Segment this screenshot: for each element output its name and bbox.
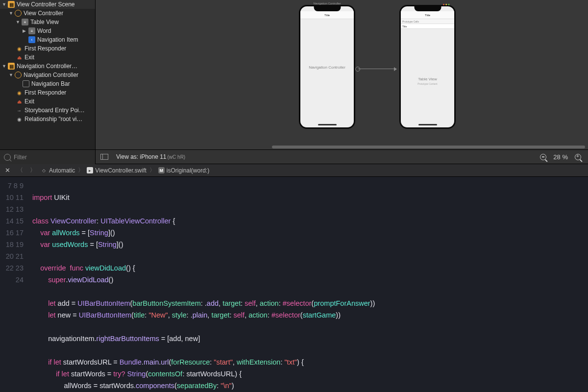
method-icon: M: [158, 167, 165, 173]
zoom-level[interactable]: 28 %: [553, 153, 568, 161]
zoom-controls: 28 %: [540, 153, 581, 161]
tableview-icon: ≡: [22, 19, 28, 25]
exit-icon: ⏏: [16, 98, 23, 105]
breadcrumb-separator: 〉: [149, 166, 155, 174]
filter-placeholder: Filter: [14, 154, 27, 161]
outline-label: Navigation Bar: [31, 80, 70, 87]
outline-label: Navigation Item: [37, 36, 78, 43]
storyboard-canvas[interactable]: Navigation Controller Title Navigation C…: [96, 0, 588, 149]
outline-navcontroller[interactable]: ▼ Navigation Controller: [0, 71, 95, 79]
navitem-icon: ‹: [28, 36, 35, 43]
scene-icon: ▦: [8, 63, 15, 70]
size-class-label: (wC hR): [168, 154, 186, 160]
outline-first-responder[interactable]: ◉ First Responder: [0, 44, 95, 53]
view-as-label[interactable]: View as: iPhone 11: [116, 153, 167, 160]
mock-nav-title: Title: [425, 14, 430, 17]
filter-icon: [4, 154, 11, 161]
entry-point-icon: →: [16, 107, 23, 114]
outline-filter-bar[interactable]: Filter: [0, 149, 96, 164]
scene-view-controller[interactable]: ●●● Title Prototype Cells Title Table Vi…: [399, 5, 456, 129]
relationship-segue[interactable]: [358, 69, 396, 69]
prototype-header: Prototype Cells: [401, 19, 454, 24]
outline-label: First Responder: [24, 45, 66, 52]
disclosure-triangle-icon[interactable]: ▼: [9, 11, 14, 16]
outline-label: Exit: [24, 54, 34, 61]
first-responder-icon: ◉: [16, 45, 23, 52]
outline-label: View Controller: [24, 10, 63, 17]
outline-exit[interactable]: ⏏ Exit: [0, 53, 95, 62]
outline-navigation-item[interactable]: ▶ ‹ Navigation Item: [0, 35, 95, 44]
mock-navbar: Title: [401, 11, 454, 19]
center-label-main: Table View: [418, 77, 437, 81]
outline-relationship[interactable]: ◉ Relationship "root vi…: [0, 115, 95, 123]
outline-label: Table View: [30, 19, 59, 25]
jump-file-label: ViewController.swift: [95, 167, 146, 174]
disclosure-triangle-icon[interactable]: ▼: [16, 20, 21, 24]
relationship-icon: ◉: [16, 116, 23, 122]
document-outline: ▼ ▦ View Controller Scene ▼ View Control…: [0, 0, 96, 149]
mock-navbar: Title: [300, 11, 354, 19]
related-items-icon: ◇: [41, 167, 47, 173]
outline-label: Word: [37, 27, 51, 34]
disclosure-triangle-icon[interactable]: ▼: [2, 64, 7, 69]
viewcontroller-icon: [15, 72, 22, 78]
jump-mode-label: Automatic: [49, 167, 75, 174]
nav-back-icon[interactable]: 〈: [15, 166, 25, 174]
nav-forward-icon[interactable]: 〉: [28, 166, 38, 174]
scene-dock-label: Navigation Controller: [313, 2, 341, 5]
disclosure-triangle-icon[interactable]: ▼: [2, 2, 7, 7]
scene-icon: ▦: [8, 1, 15, 8]
jump-symbol-label: isOriginal(word:): [167, 167, 209, 174]
code-editor[interactable]: 7 8 9 10 11 12 13 14 15 16 17 18 19 20 2…: [0, 177, 588, 392]
canvas-scrollbar[interactable]: [272, 146, 585, 148]
outline-label: Exit: [24, 98, 34, 105]
scene-dock-icons[interactable]: ●●●: [442, 2, 450, 6]
outline-scene-navcontroller[interactable]: ▼ ▦ Navigation Controller…: [0, 62, 95, 71]
first-responder-icon: ◉: [16, 89, 23, 96]
disclosure-triangle-icon[interactable]: ▶: [23, 28, 27, 33]
swift-file-icon: ▸: [87, 167, 93, 173]
outline-first-responder[interactable]: ◉ First Responder: [0, 88, 95, 97]
outline-entry-point[interactable]: → Storyboard Entry Poi…: [0, 106, 95, 115]
outline-exit[interactable]: ⏏ Exit: [0, 97, 95, 106]
center-label-sub: Prototype Content: [417, 82, 437, 85]
disclosure-triangle-icon[interactable]: ▼: [9, 73, 14, 77]
outline-label: View Controller Scene: [17, 1, 75, 8]
breadcrumb-separator: 〉: [78, 166, 84, 174]
scene-navigation-controller[interactable]: Navigation Controller Title Navigation C…: [299, 5, 355, 129]
jump-crumb-mode[interactable]: ◇ Automatic: [41, 167, 75, 174]
outline-cell-word[interactable]: ▶ ≡ Word: [0, 26, 95, 35]
code-content[interactable]: import UIKit class ViewController: UITab…: [32, 180, 588, 392]
jump-crumb-symbol[interactable]: M isOriginal(word:): [158, 167, 209, 174]
prototype-cell[interactable]: Title: [401, 24, 454, 29]
home-indicator: [418, 124, 437, 125]
zoom-in-icon[interactable]: [575, 154, 581, 160]
navbar-icon: [23, 80, 29, 87]
device-notch: [414, 6, 441, 11]
outline-tableview[interactable]: ▼ ≡ Table View: [0, 18, 95, 26]
exit-icon: ⏏: [16, 54, 23, 61]
jump-bar: ✕ 〈 〉 ◇ Automatic 〉 ▸ ViewController.swi…: [0, 164, 588, 177]
outline-label: Navigation Controller: [24, 72, 78, 78]
toggle-outline-icon[interactable]: [100, 154, 108, 160]
outline-label: Navigation Controller…: [17, 63, 77, 70]
view-as-bar: View as: iPhone 11 (wC hR) 28 %: [96, 149, 588, 164]
outline-navbar[interactable]: Navigation Bar: [0, 79, 95, 88]
jump-crumb-file[interactable]: ▸ ViewController.swift: [87, 167, 146, 174]
outline-label: First Responder: [24, 89, 66, 96]
home-indicator: [318, 124, 337, 125]
scene-center-label: Navigation Controller: [300, 65, 354, 69]
zoom-out-icon[interactable]: [540, 154, 546, 160]
outline-scene-viewcontroller[interactable]: ▼ ▦ View Controller Scene: [0, 0, 95, 9]
outline-label: Storyboard Entry Poi…: [24, 107, 85, 114]
tablecell-icon: ≡: [28, 27, 35, 34]
outline-label: Relationship "root vi…: [24, 116, 82, 122]
device-notch: [314, 6, 341, 11]
viewcontroller-icon: [15, 10, 22, 17]
line-number-gutter: 7 8 9 10 11 12 13 14 15 16 17 18 19 20 2…: [0, 177, 28, 392]
outline-viewcontroller[interactable]: ▼ View Controller: [0, 9, 95, 18]
close-editor-icon[interactable]: ✕: [3, 167, 12, 174]
scene-center-label: Table View Prototype Content: [401, 77, 454, 86]
mock-nav-title: Title: [324, 14, 330, 17]
